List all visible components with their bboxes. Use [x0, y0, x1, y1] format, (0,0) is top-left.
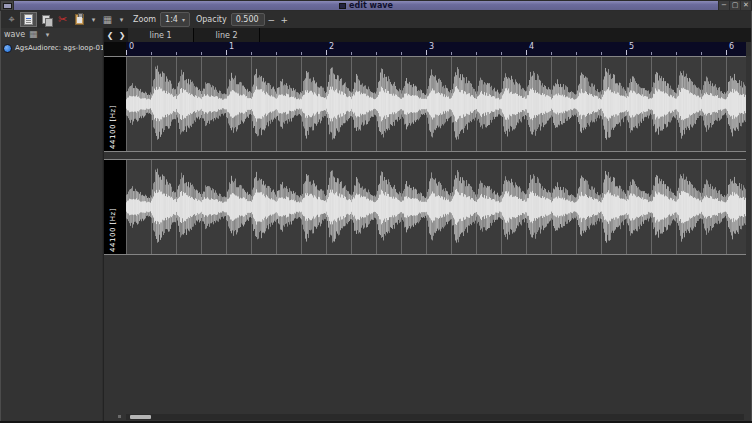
clipboard-icon	[75, 14, 84, 25]
waveform-canvas-2[interactable]	[126, 160, 746, 254]
wave-editor-area: ❮ ❯ line 1 line 2 0123456 44100 [Hz] 441…	[103, 28, 751, 421]
maximize-button[interactable]: ▢	[730, 1, 740, 10]
ruler-label: 1	[229, 42, 234, 51]
samplerate-column-2: 44100 [Hz]	[104, 160, 126, 254]
tab-line-1[interactable]: line 1	[128, 28, 194, 42]
edit-wave-window: edit wave − ▢ ✕ ⌖ ✂ ▾ ▦ ▾ Zoom 1:4	[0, 0, 752, 423]
sidebar-header: wave ▦ ▾	[1, 28, 102, 41]
window-icon	[339, 3, 346, 9]
ruler-label: 2	[329, 42, 334, 51]
copy-icon	[42, 15, 50, 24]
zoom-select[interactable]: 1:4 ▾	[160, 12, 190, 27]
horizontal-scrollbar-thumb[interactable]	[130, 415, 151, 419]
wave-panel-1: 44100 [Hz]	[104, 56, 746, 152]
copy-button[interactable]	[37, 12, 54, 27]
machine-list-item[interactable]: AgsAudiorec: ags-loop-017	[1, 43, 102, 53]
samplerate-label-1: 44100 [Hz]	[109, 105, 117, 149]
opacity-decrement-button[interactable]: −	[265, 13, 278, 26]
sidebar: wave ▦ ▾ AgsAudiorec: ags-loop-017	[1, 28, 102, 421]
close-button[interactable]: ✕	[741, 1, 751, 10]
hscroll-stepper[interactable]	[118, 415, 121, 418]
zoom-label: Zoom	[133, 15, 156, 24]
machine-grid-icon: ▦	[29, 30, 38, 39]
tool-grid-icon: ▦	[103, 15, 112, 25]
tab-back-button[interactable]: ❮	[104, 28, 116, 42]
window-controls: − ▢ ✕	[719, 1, 751, 10]
cut-button[interactable]: ✂	[54, 12, 71, 27]
ruler-label: 4	[529, 42, 534, 51]
toolbar: ⌖ ✂ ▾ ▦ ▾ Zoom 1:4 ▾ Opacity 0.500 − +	[1, 11, 751, 28]
titlebar[interactable]: edit wave − ▢ ✕	[0, 0, 752, 11]
ruler-label: 3	[429, 42, 434, 51]
samplerate-label-2: 44100 [Hz]	[109, 208, 117, 252]
ruler-major-ticks	[126, 50, 746, 55]
wave-panel-2: 44100 [Hz]	[104, 159, 746, 255]
opacity-increment-button[interactable]: +	[278, 13, 291, 26]
opacity-label: Opacity	[196, 15, 227, 24]
tool-menu-dropdown-button[interactable]: ▾	[116, 12, 127, 27]
opacity-input[interactable]: 0.500	[231, 13, 265, 26]
timeline-ruler: 0123456	[126, 42, 746, 56]
paste-button[interactable]	[71, 12, 88, 27]
minimize-button[interactable]: −	[719, 1, 729, 10]
position-cursor-icon: ⌖	[8, 14, 14, 25]
scope-dropdown-button[interactable]: ▾	[46, 31, 50, 39]
machine-radio-icon[interactable]	[3, 44, 12, 53]
line-tabstrip: ❮ ❯ line 1 line 2	[104, 28, 751, 42]
ruler-label: 5	[629, 42, 634, 51]
ruler-end-spacer	[746, 42, 751, 56]
ruler-label: 6	[729, 42, 734, 51]
zoom-value: 1:4	[165, 15, 178, 24]
position-tool-button[interactable]: ⌖	[3, 12, 20, 27]
horizontal-scrollbar[interactable]	[126, 414, 744, 420]
ruler-label: 0	[129, 42, 134, 51]
paste-dropdown-button[interactable]: ▾	[88, 12, 99, 27]
opacity-value: 0.500	[236, 15, 259, 24]
tool-menu-button[interactable]: ▦	[99, 12, 116, 27]
waveform-canvas-1[interactable]	[126, 57, 746, 151]
chevron-down-icon: ▾	[182, 16, 185, 23]
ruler-corner	[104, 42, 126, 56]
scissors-icon: ✂	[58, 14, 67, 25]
tab-line-2[interactable]: line 2	[194, 28, 260, 42]
edit-document-icon	[24, 14, 33, 25]
samplerate-column-1: 44100 [Hz]	[104, 57, 126, 151]
titlebar-drag-area[interactable]: edit wave	[14, 1, 718, 10]
edit-tool-button[interactable]	[20, 12, 37, 27]
wave-scope-label: wave	[4, 30, 25, 39]
window-title: edit wave	[349, 1, 393, 10]
window-menu-icon	[3, 3, 12, 9]
window-menu-button[interactable]	[1, 1, 13, 10]
machine-label: AgsAudiorec: ags-loop-017	[15, 44, 109, 52]
tab-forward-button[interactable]: ❯	[116, 28, 128, 42]
